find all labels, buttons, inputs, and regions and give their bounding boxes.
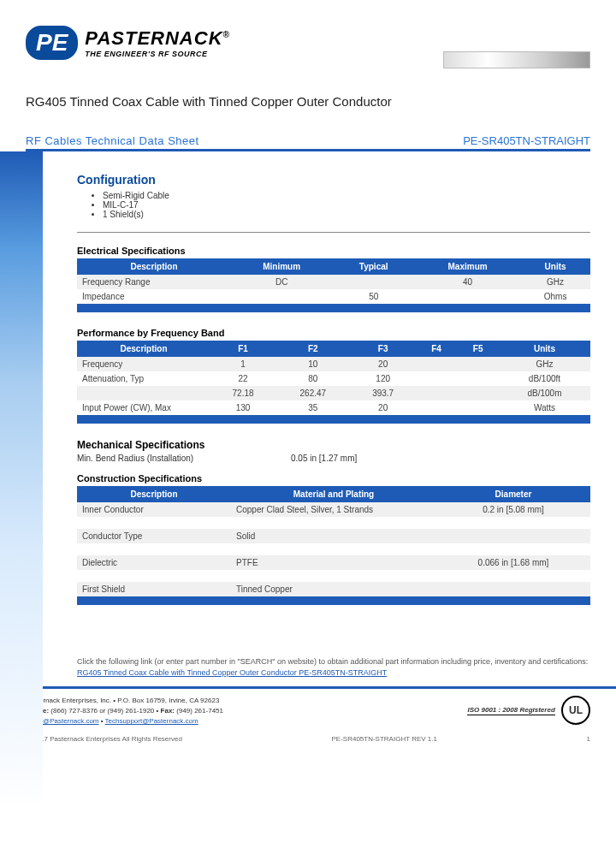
table-cell: Solid bbox=[231, 529, 436, 543]
table-cell bbox=[416, 386, 458, 400]
table-cell bbox=[332, 275, 415, 289]
table-row: Frequency11020GHz bbox=[77, 357, 590, 371]
spacer-row bbox=[77, 517, 590, 529]
page-title: RG405 Tinned Coax Cable with Tinned Copp… bbox=[26, 94, 590, 109]
table-row: Input Power (CW), Max1303520Watts bbox=[77, 400, 590, 415]
fax-value: (949) 261-7451 bbox=[176, 707, 223, 715]
configuration-heading: Configuration bbox=[77, 173, 590, 187]
col-header: Typical bbox=[332, 258, 415, 275]
table-cell: Watts bbox=[499, 400, 590, 415]
table-cell: 35 bbox=[275, 400, 351, 415]
table-cell: 40 bbox=[415, 275, 520, 289]
footer-address: Pasternack Enterprises, Inc. • P.O. Box … bbox=[26, 696, 223, 706]
table-cell bbox=[416, 371, 458, 386]
table-row: Conductor TypeSolid bbox=[77, 529, 590, 543]
part-number: PE-SR405TN-STRAIGHT bbox=[463, 134, 590, 147]
table-cell: 0.2 in [5.08 mm] bbox=[436, 502, 590, 517]
table-cell: 10 bbox=[275, 357, 351, 371]
logo-name: PASTERNACK bbox=[85, 27, 222, 49]
electrical-table: Description Minimum Typical Maximum Unit… bbox=[77, 258, 590, 304]
construction-heading: Construction Specifications bbox=[77, 473, 590, 483]
product-image bbox=[443, 51, 590, 68]
list-item: 1 Shield(s) bbox=[103, 210, 590, 219]
table-end-bar bbox=[77, 415, 590, 424]
col-header: F1 bbox=[210, 341, 275, 357]
table-cell: 20 bbox=[351, 400, 416, 415]
table-row: 72.18262.47393.7dB/100m bbox=[77, 386, 590, 400]
copyright-text: © 2017 Pasternack Enterprises All Rights… bbox=[26, 735, 182, 743]
table-cell bbox=[457, 386, 499, 400]
table-row: Attenuation, Typ2280120dB/100ft bbox=[77, 371, 590, 386]
support-email-link[interactable]: Techsupport@Pasternack.com bbox=[105, 717, 198, 725]
table-cell: GHz bbox=[499, 357, 590, 371]
revision-text: PE-SR405TN-STRAIGHT REV 1.1 bbox=[331, 735, 436, 743]
table-cell bbox=[457, 357, 499, 371]
table-cell bbox=[231, 289, 332, 304]
footer-bar bbox=[0, 686, 616, 689]
table-cell: Impedance bbox=[77, 289, 231, 304]
table-cell: Inner Conductor bbox=[77, 502, 231, 517]
table-cell: dB/100m bbox=[499, 386, 590, 400]
table-cell: Copper Clad Steel, Silver, 1 Strands bbox=[231, 502, 436, 517]
electrical-heading: Electrical Specifications bbox=[77, 246, 590, 256]
table-cell: Ohms bbox=[520, 289, 590, 304]
col-header: Description bbox=[77, 486, 231, 502]
col-header: Maximum bbox=[415, 258, 520, 275]
table-cell: dB/100ft bbox=[499, 371, 590, 386]
link-intro-text: Click the following link (or enter part … bbox=[77, 657, 588, 666]
table-cell: Tinned Copper bbox=[231, 582, 436, 596]
table-cell: 22 bbox=[210, 371, 275, 386]
logo-badge: PE bbox=[26, 26, 78, 60]
list-item: MIL-C-17 bbox=[103, 200, 590, 210]
table-cell bbox=[416, 400, 458, 415]
trademark-symbol: ® bbox=[223, 30, 230, 39]
logo-tagline: THE ENGINEER'S RF SOURCE bbox=[85, 50, 230, 58]
table-cell: Conductor Type bbox=[77, 529, 231, 543]
construction-table: Description Material and Plating Diamete… bbox=[77, 486, 590, 596]
bend-radius-label: Min. Bend Radius (Installation) bbox=[77, 454, 291, 463]
table-cell: 130 bbox=[210, 400, 275, 415]
table-cell: Input Power (CW), Max bbox=[77, 400, 210, 415]
table-cell: 1 bbox=[210, 357, 275, 371]
spacer-row bbox=[77, 543, 590, 555]
table-cell bbox=[415, 289, 520, 304]
table-cell bbox=[77, 386, 210, 400]
fax-label: Fax: bbox=[161, 707, 175, 715]
table-cell bbox=[457, 400, 499, 415]
table-row: First ShieldTinned Copper bbox=[77, 582, 590, 596]
table-row: Inner ConductorCopper Clad Steel, Silver… bbox=[77, 502, 590, 517]
table-end-bar bbox=[77, 304, 590, 312]
col-header: Minimum bbox=[231, 258, 332, 275]
side-gradient-decoration bbox=[0, 151, 43, 810]
mechanical-heading: Mechanical Specifications bbox=[77, 439, 590, 451]
table-cell: 393.7 bbox=[351, 386, 416, 400]
table-cell: 72.18 bbox=[210, 386, 275, 400]
table-cell: Attenuation, Typ bbox=[77, 371, 210, 386]
table-cell: 20 bbox=[351, 357, 416, 371]
col-header: Material and Plating bbox=[231, 486, 436, 502]
table-cell: Dielectric bbox=[77, 555, 231, 570]
phone-value: (866) 727-8376 or (949) 261-1920 bbox=[50, 707, 154, 715]
table-cell bbox=[436, 529, 590, 543]
company-logo: PE PASTERNACK® THE ENGINEER'S RF SOURCE bbox=[26, 26, 230, 60]
col-header: Description bbox=[77, 341, 210, 357]
table-cell bbox=[416, 357, 458, 371]
table-row: Impedance50Ohms bbox=[77, 289, 590, 304]
table-cell: GHz bbox=[520, 275, 590, 289]
ul-logo-icon: UL bbox=[561, 696, 590, 725]
table-row: Frequency RangeDC40GHz bbox=[77, 275, 590, 289]
col-header: Units bbox=[499, 341, 590, 357]
table-row: DielectricPTFE0.066 in [1.68 mm] bbox=[77, 555, 590, 570]
col-header: Units bbox=[520, 258, 590, 275]
table-cell: 262.47 bbox=[275, 386, 351, 400]
table-cell: 0.066 in [1.68 mm] bbox=[436, 555, 590, 570]
section-divider bbox=[77, 232, 590, 233]
datasheet-label: RF Cables Technical Data Sheet bbox=[26, 134, 199, 147]
table-cell: 80 bbox=[275, 371, 351, 386]
table-cell: DC bbox=[231, 275, 332, 289]
configuration-list: Semi-Rigid Cable MIL-C-17 1 Shield(s) bbox=[90, 191, 590, 219]
product-link[interactable]: RG405 Tinned Coax Cable with Tinned Copp… bbox=[77, 668, 387, 677]
col-header: F4 bbox=[416, 341, 458, 357]
spacer-row bbox=[77, 570, 590, 582]
table-cell: 50 bbox=[332, 289, 415, 304]
